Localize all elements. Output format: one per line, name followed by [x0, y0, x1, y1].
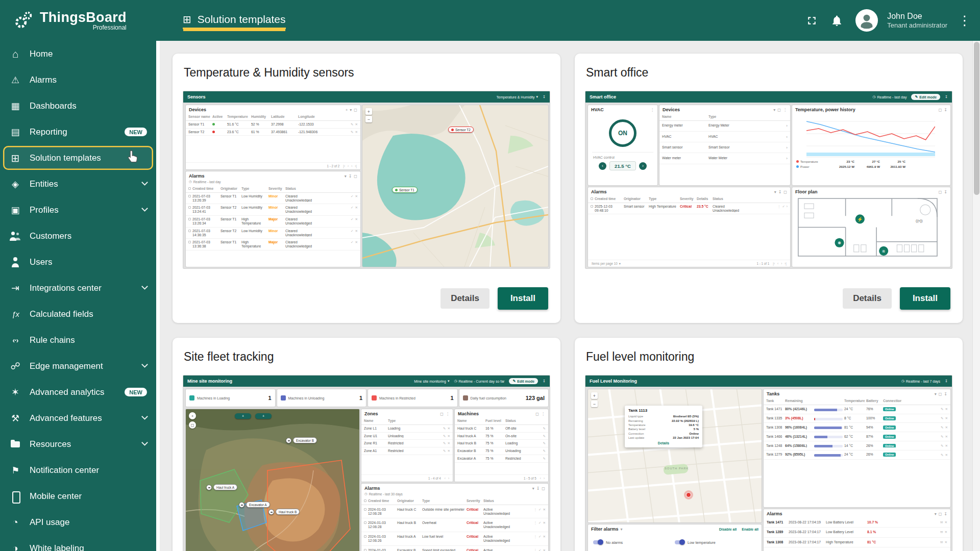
filter-toggle-row: No alarms: [593, 540, 675, 545]
active-status-dot: [212, 123, 215, 126]
fullscreen-icon: [354, 174, 357, 179]
sidebar-item[interactable]: Resources: [0, 431, 156, 457]
sidebar-item[interactable]: Edge management: [0, 353, 156, 379]
scrollbar-thumb[interactable]: [974, 42, 979, 195]
toggle-switch: [593, 540, 602, 544]
add-icon: [346, 108, 348, 112]
sidebar-item[interactable]: Advanced features: [0, 405, 156, 431]
download-icon: [778, 190, 782, 194]
sidebar-item[interactable]: Notification center: [0, 457, 156, 483]
edit-icon: [941, 453, 943, 457]
machine-marker-label: Excavator B: [293, 437, 317, 443]
machine-row: Haul truck A 75 % On-site: [455, 433, 548, 440]
sidebar-item[interactable]: Alarms: [0, 67, 156, 93]
zone-row: Zone A1 Restricted: [361, 447, 453, 455]
notify-icon: [940, 530, 943, 534]
sidebar-item[interactable]: Calculated fields: [0, 301, 156, 327]
solution-templates-icon: [183, 13, 191, 26]
details-button[interactable]: Details: [843, 288, 892, 309]
sidebar-item[interactable]: Advanced analytics NEW: [0, 379, 156, 405]
more-menu-button[interactable]: ⋮: [960, 13, 970, 29]
panel-icons: [939, 108, 947, 112]
alarm-row: 2021-07-03 13:36:38 Sensor T1 High Tempe…: [186, 239, 360, 251]
connection-badge: Online: [883, 425, 896, 430]
template-card-smart-office: Smart office Smart office Realtime - las…: [575, 54, 963, 323]
alarm-row: 2021-07-03 14:36:35 Sensor T2 Low Humidi…: [186, 228, 360, 239]
sidebar-item[interactable]: Dashboards: [0, 93, 156, 119]
clear-icon: [543, 548, 546, 551]
user-info: John Doe Tenant administrator: [887, 11, 947, 30]
edit-icon: [443, 441, 446, 445]
sidebar-item[interactable]: White labeling: [0, 535, 156, 551]
install-button[interactable]: Install: [498, 287, 548, 310]
alarm-row: Tank 1308 2023-08-22 17:04:17 High Tempe…: [764, 538, 950, 548]
sidebar-item[interactable]: Rule chains: [0, 327, 156, 353]
panel-icons: [773, 108, 787, 112]
tank-tooltip: Tank 1113 Liquid typeBiodiesel B5 (5%) R…: [625, 406, 702, 447]
sidebar-item[interactable]: API usage: [0, 509, 156, 535]
time-window: Realtime - last day: [872, 95, 906, 99]
sidebar-item[interactable]: Reporting NEW: [0, 119, 156, 145]
notifications-bell-button[interactable]: [830, 14, 843, 27]
clear-icon: [355, 240, 358, 244]
edit-icon: [543, 449, 546, 453]
zone-row: Zone R1 Restricted: [361, 440, 453, 447]
sidebar-item-label: Calculated fields: [30, 309, 93, 319]
delete-icon: [945, 425, 948, 429]
user-role: Tenant administrator: [887, 21, 947, 30]
stat-card: Machines in Unloading 1: [277, 389, 366, 407]
preview-dashboard-header: Fuel Level Monitoring Realtime - last 7 …: [585, 375, 952, 387]
sidebar-item[interactable]: Home: [0, 41, 156, 67]
target-temperature: 21.5 °C: [609, 161, 636, 170]
stat-card: Daily fuel consumption 123 gal: [459, 389, 549, 407]
chevron-down-icon: [141, 361, 148, 368]
fullscreen-icon: [535, 412, 539, 416]
more-icon: [541, 412, 545, 416]
checkbox: [364, 549, 366, 551]
checkbox: [188, 206, 191, 209]
sidebar-item[interactable]: Users: [0, 249, 156, 275]
tank-row: Tank 1466 46% (13214L) 62 °C 87% Online: [764, 432, 950, 441]
sidebar-item[interactable]: Mobile center: [0, 483, 156, 509]
checkbox: [188, 195, 191, 197]
clock-icon: [901, 379, 904, 383]
sidebar-item[interactable]: Solution templates: [3, 146, 153, 170]
tooltip-row: Temperature19.6 °C: [628, 423, 699, 427]
map-zoom-controls: [365, 108, 372, 122]
alarm-row: Tank 1471 2023-08-22 17:04:19 Low Batter…: [764, 517, 950, 528]
card-title: Site fleet tracking: [184, 350, 549, 364]
legend-dot: [796, 165, 799, 168]
sidebar-scrollbar[interactable]: [156, 41, 160, 551]
sidebar-item[interactable]: Customers: [0, 223, 156, 249]
dropdown-icon: [935, 392, 937, 396]
disable-all-link: Disable all: [719, 528, 737, 531]
details-button[interactable]: Details: [440, 288, 489, 309]
alarm-filter-toggles: No alarms Low remaining level Low batter…: [588, 533, 762, 551]
fullscreen-button[interactable]: [805, 14, 818, 27]
device-row: Sensor T2 23.6 °C 61 % 37.493861 -121.94…: [186, 129, 360, 136]
thingsboard-logo[interactable]: ThingsBoard Professional: [0, 9, 156, 32]
download-icon: [349, 174, 352, 179]
office-devices-panel: Devices Name Type Energy meter Energy Me…: [659, 105, 790, 185]
machine-marker-label: Haul truck A: [213, 484, 237, 490]
sidebar-item[interactable]: Profiles: [0, 197, 156, 223]
user-avatar[interactable]: [855, 9, 878, 32]
sidebar-item[interactable]: Entities: [0, 171, 156, 197]
vertical-scrollbar[interactable]: [972, 41, 980, 551]
dropdown-icon: [532, 486, 534, 491]
connection-badge: Online: [883, 435, 896, 439]
machine-marker-label: Excavator A: [246, 502, 270, 508]
edit-icon: [443, 427, 446, 430]
checkbox: [591, 197, 593, 200]
line-chart: [806, 114, 935, 158]
time-window: Realtime - last 30 days: [361, 492, 548, 497]
table-header: Name Type: [659, 113, 790, 121]
map-marker: Sensor T1: [392, 187, 418, 193]
sidebar-item[interactable]: Integrations center: [0, 275, 156, 301]
fullscreen-icon: [440, 412, 444, 416]
install-button[interactable]: Install: [900, 287, 950, 310]
edit-icon: [512, 379, 516, 383]
table-header: Created time Originator Type Severity St…: [186, 185, 360, 193]
pagination: 1 - 2 of 2: [186, 162, 360, 169]
template-card-fuel-level-monitoring: Fuel level monitoring Fuel Level Monitor…: [575, 338, 963, 551]
